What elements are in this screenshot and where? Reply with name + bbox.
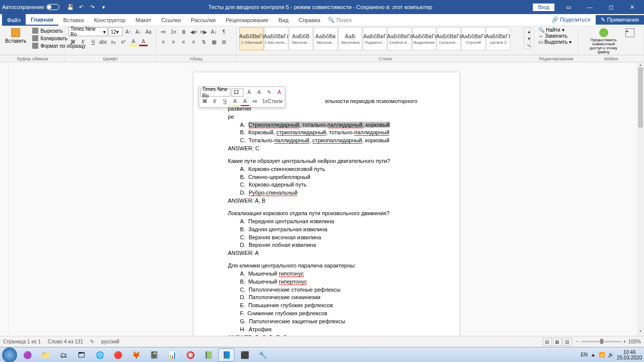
zoom-slider[interactable]: − + 100% — [576, 339, 641, 344]
redo-icon[interactable]: ↷ — [89, 3, 97, 11]
tray-clock[interactable]: 10:4625.03.2020 — [617, 349, 642, 360]
tab-mailings[interactable]: Рассылки — [186, 14, 220, 26]
numbering-icon[interactable]: 1≡ — [169, 27, 178, 36]
mini-bold-icon[interactable]: Ж — [200, 97, 209, 106]
taskbar-excel[interactable]: 📗 — [200, 348, 216, 361]
tab-help[interactable]: Справка — [294, 14, 326, 26]
mini-grow-font-icon[interactable]: A — [245, 88, 254, 97]
mini-font-combo[interactable]: Times New Ro — [200, 88, 230, 97]
status-language[interactable]: русский — [101, 339, 119, 344]
mini-size-combo[interactable]: 12 — [231, 88, 244, 97]
document-area[interactable]: · Times New Ro 12 A A ✎ A Ж К Ч A A — [9, 62, 644, 336]
save-icon[interactable]: 💾 — [66, 3, 74, 11]
align-center-icon[interactable]: ≡ — [169, 37, 178, 46]
taskbar-word[interactable]: 📘 — [218, 348, 234, 361]
sort-icon[interactable]: A↓ — [209, 27, 218, 36]
page[interactable]: Times New Ro 12 A A ✎ A Ж К Ч A A •≡ 1≡ … — [194, 72, 459, 336]
style-item[interactable]: АаБбВвЗаголов... — [313, 27, 338, 50]
zoom-out-icon[interactable]: − — [576, 339, 579, 344]
line-spacing-icon[interactable]: ⇅ — [199, 37, 208, 46]
comments-button[interactable]: ✎ Примечания — [596, 15, 644, 25]
taskbar-yandex[interactable]: 🔴 — [110, 348, 126, 361]
taskbar-firefox[interactable]: 🦊 — [128, 348, 144, 361]
taskbar-chrome[interactable]: 🌐 — [92, 348, 108, 361]
font-size-combo[interactable]: 12 ▾ — [109, 27, 123, 36]
grow-font-icon[interactable]: A↑ — [124, 27, 133, 36]
mini-underline-icon[interactable]: Ч — [220, 97, 229, 106]
login-button[interactable]: Вход — [533, 4, 554, 11]
minimize-icon[interactable]: — — [580, 0, 600, 14]
taskbar-onenote[interactable]: 📓 — [146, 348, 162, 361]
style-item[interactable]: АаБбВвГПодзагол... — [363, 27, 387, 50]
tab-layout[interactable]: Макет — [130, 14, 156, 26]
font-name-combo[interactable]: Times New Ro ▾ — [68, 27, 108, 36]
taskbar-opera[interactable]: ⭕ — [182, 348, 198, 361]
style-item[interactable]: АаБбВвГг1 Обычный — [239, 27, 264, 50]
multilevel-icon[interactable]: ≣ — [179, 27, 188, 36]
style-item[interactable]: АаБбВвГгСильное... — [437, 27, 461, 50]
borders-icon[interactable]: ⊞ — [219, 37, 228, 46]
ribbon-display-icon[interactable]: ▭ — [558, 0, 579, 14]
bold-icon[interactable]: Ж — [68, 37, 77, 46]
underline-icon[interactable]: Ч — [89, 37, 98, 46]
decrease-indent-icon[interactable]: ◀≡ — [189, 27, 198, 36]
view-web-icon[interactable]: ▥ — [563, 338, 572, 346]
style-item[interactable]: АаБбВвГг1 Без инте... — [264, 27, 288, 50]
style-item[interactable]: АаБбВЗаголов... — [289, 27, 313, 50]
shrink-font-icon[interactable]: A↓ — [134, 27, 143, 36]
scroll-down-icon[interactable]: ▾ — [637, 329, 644, 336]
mini-highlight-icon[interactable]: A — [230, 97, 239, 106]
start-button[interactable] — [2, 347, 17, 363]
highlight-icon[interactable]: A — [129, 37, 138, 46]
share-button[interactable]: 🔗 Поделиться — [547, 15, 595, 25]
tab-file[interactable]: Файл — [2, 14, 26, 26]
tab-design[interactable]: Конструктор — [89, 14, 131, 26]
tray-volume-icon[interactable]: 🔊 — [608, 352, 614, 357]
scroll-thumb[interactable] — [638, 67, 643, 128]
style-item[interactable]: АаБбВвГгВыделение — [412, 27, 436, 50]
styles-up-icon[interactable]: ▴ — [524, 28, 533, 35]
status-spellcheck-icon[interactable]: ✎ — [90, 339, 94, 344]
undo-icon[interactable]: ↶ — [77, 3, 86, 11]
show-marks-icon[interactable]: ¶ — [219, 27, 228, 36]
taskbar-app-14[interactable]: ⬛ — [236, 348, 253, 361]
change-case-icon[interactable]: Aa — [144, 27, 153, 36]
mini-styles-button[interactable]: Стили — [271, 97, 280, 106]
zoom-level[interactable]: 100% — [628, 339, 641, 344]
styles-gallery[interactable]: АаБбВвГг1 ОбычныйАаБбВвГг1 Без инте...Аа… — [239, 27, 522, 50]
vertical-ruler[interactable] — [0, 62, 9, 336]
tab-insert[interactable]: Вставка — [58, 14, 89, 26]
webex-prefs-button[interactable]: + — [623, 27, 636, 38]
taskbar-app-1[interactable]: 🟣 — [19, 348, 35, 361]
tab-home[interactable]: Главная — [26, 14, 58, 26]
tab-review[interactable]: Рецензирование — [221, 14, 274, 26]
align-right-icon[interactable]: ≡ — [179, 37, 188, 46]
mini-italic-icon[interactable]: К — [210, 97, 219, 106]
status-words[interactable]: Слово 4 из 131 — [48, 339, 83, 344]
replace-button[interactable]: ↔ Заменить — [537, 33, 573, 39]
paste-button[interactable]: Вставить — [3, 27, 28, 45]
mini-bullets-icon[interactable]: •≡ — [251, 97, 260, 106]
mini-clear-format-icon[interactable]: A — [275, 88, 284, 97]
status-page[interactable]: Страница 1 из 1 — [3, 339, 41, 344]
view-print-icon[interactable]: ▦ — [553, 338, 562, 346]
taskbar-powerpoint[interactable]: 📊 — [164, 348, 180, 361]
vertical-scrollbar[interactable]: ▴ ▾ — [637, 62, 644, 336]
tray-flag-icon[interactable]: ▲ — [591, 352, 596, 357]
bullets-icon[interactable]: •≡ — [159, 27, 168, 36]
mini-shrink-font-icon[interactable]: A — [255, 88, 264, 97]
subscript-icon[interactable]: x₂ — [109, 37, 118, 46]
style-item[interactable]: АаБбВвГгСтрогий — [461, 27, 486, 50]
styles-more-icon[interactable]: ⤡ — [524, 42, 533, 49]
font-color-icon[interactable]: A — [139, 37, 148, 46]
autosave-toggle[interactable]: Автосохранение — [2, 4, 59, 10]
style-item[interactable]: АаБбВвГгЦитата 2 — [486, 27, 510, 50]
justify-icon[interactable]: ≡ — [189, 37, 198, 46]
tab-view[interactable]: Вид — [274, 14, 294, 26]
qat-more-icon[interactable]: ▾ — [100, 3, 108, 11]
taskbar-app-4[interactable]: 🗔 — [73, 348, 90, 361]
webex-share-button[interactable]: Предоставить совместный доступ к этому ф… — [586, 27, 621, 55]
maximize-icon[interactable]: ◻ — [601, 0, 621, 14]
horizontal-ruler[interactable]: · — [190, 62, 462, 69]
tray-lang[interactable]: EN — [581, 352, 588, 357]
